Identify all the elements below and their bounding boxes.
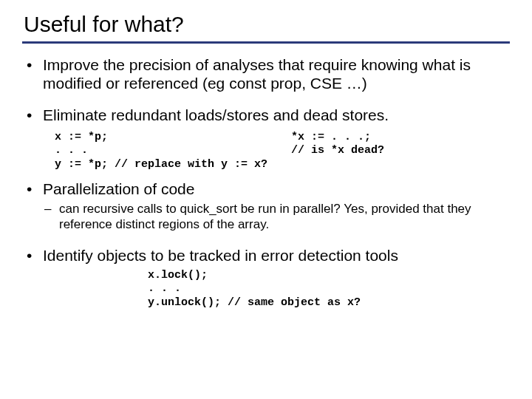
bullet-parallelization: Parallelization of code can recursive ca… — [22, 180, 510, 233]
slide: Useful for what? Improve the precision o… — [0, 0, 532, 399]
bullet-list-continued: Parallelization of code can recursive ca… — [22, 180, 510, 265]
bullet-error-tools: Identify objects to be tracked in error … — [22, 246, 510, 265]
bullet-text: Identify objects to be tracked in error … — [43, 247, 398, 264]
code-example-loads: x := *p; . . . y := *p; // replace with … — [55, 131, 510, 172]
bullet-list: Improve the precision of analyses that r… — [22, 55, 510, 125]
code-right-column: *x := . . .; // is *x dead? — [291, 131, 384, 172]
sub-bullet-quicksort: can recursive calls to quick_sort be run… — [43, 201, 510, 233]
code-left-column: x := *p; . . . y := *p; // replace with … — [55, 131, 291, 172]
bullet-redundant-loads: Eliminate redundant loads/stores and dea… — [22, 106, 510, 124]
bullet-text: Improve the precision of analyses that r… — [43, 56, 471, 92]
slide-title: Useful for what? — [24, 12, 510, 37]
sub-bullet-list: can recursive calls to quick_sort be run… — [43, 201, 510, 233]
bullet-text: Eliminate redundant loads/stores and dea… — [43, 106, 389, 123]
code-example-lock: x.lock(); . . . y.unlock(); // same obje… — [148, 269, 510, 310]
title-underline — [22, 41, 510, 44]
sub-bullet-text: can recursive calls to quick_sort be run… — [59, 202, 471, 231]
bullet-text: Parallelization of code — [43, 180, 194, 197]
bullet-precision: Improve the precision of analyses that r… — [22, 55, 510, 92]
